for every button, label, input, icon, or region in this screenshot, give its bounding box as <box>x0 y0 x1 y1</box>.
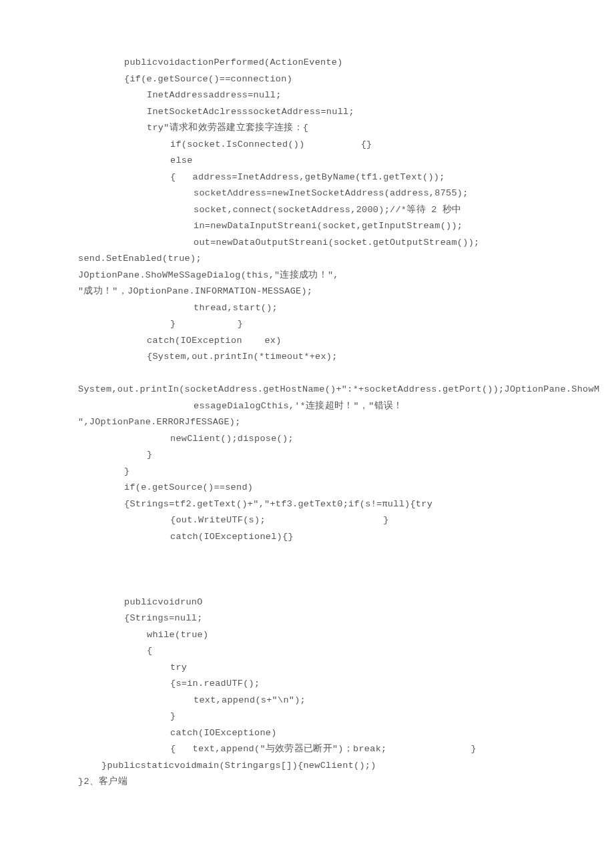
code-line: try"请求和效劳器建立套接字连接：{ <box>0 120 614 137</box>
code-line: }publicstaticvoidmain(Stringargs[]){newC… <box>0 758 614 775</box>
code-line: {Strings=tf2.getText()+","+tf3.getText0;… <box>0 496 614 513</box>
code-line: } <box>0 464 614 480</box>
code-line: {System,out.printIn(*timeout*+ex); <box>0 349 614 366</box>
code-line: {s=in.readUTF(); <box>0 676 614 693</box>
code-line: in=newDataInputStreani(socket,getInputSt… <box>0 218 614 235</box>
code-line: else <box>0 153 614 169</box>
code-line <box>0 562 614 578</box>
code-line: newClient();dispose(); <box>0 431 614 448</box>
code-line: catch(IOException ex) <box>0 333 614 350</box>
code-line: if(e.getSource()==send) <box>0 480 614 496</box>
code-line: InetAddressaddress=null; <box>0 87 614 104</box>
code-line: out=newDataOutputStreani(socket.getOutpu… <box>0 235 614 252</box>
code-line: { <box>0 643 614 660</box>
code-line: "成功！"，JOptionPane.INFORMATION-MESSAGE); <box>0 284 614 300</box>
code-line: { address=InetAddress,getByName(tf1.getT… <box>0 169 614 186</box>
code-line: socket,connect(socketAddress,2000);//*等待… <box>0 202 614 219</box>
code-line: try <box>0 660 614 677</box>
code-line: send.SetEnabled(true); <box>0 251 614 268</box>
code-line: socketΛddress=newInetSocketAddress(addre… <box>0 185 614 202</box>
code-line: {if(e.getSource()==connection) <box>0 71 614 88</box>
code-line: if(socket.IsConnected()) {} <box>0 137 614 153</box>
code-listing: publicvoidactionPerformed(ActionEvente){… <box>0 55 614 791</box>
code-line <box>0 545 614 562</box>
code-line: } } <box>0 316 614 333</box>
code-line: while(true) <box>0 627 614 644</box>
code-line: } <box>0 447 614 464</box>
code-line: } <box>0 709 614 725</box>
code-line: text,append(s+"\n"); <box>0 693 614 709</box>
code-line: thread,start(); <box>0 300 614 317</box>
code-line: JOptionPane.ShoWMeSSageDialog(this,"连接成功… <box>0 268 614 284</box>
code-line: publicvoidrunO <box>0 594 614 611</box>
code-line <box>0 578 614 594</box>
code-line: }2、客户端 <box>0 774 614 791</box>
code-line: catch(IOExceptionel){} <box>0 529 614 546</box>
code-line: { text,append("与效劳器已断开")；break; } <box>0 741 614 758</box>
code-line: System,out.printIn(socketAddress.getHost… <box>0 382 614 398</box>
code-line: ",JOptionPane.ERRORJfESSAGE); <box>0 414 614 431</box>
code-line: publicvoidactionPerformed(ActionEvente) <box>0 55 614 71</box>
code-line: {out.WriteUTF(s); } <box>0 512 614 529</box>
code-line: InetSocketAdclresssocketAddress=null; <box>0 104 614 121</box>
code-line: essageDialogCthis,'*连接超时！"，"错误！ <box>0 398 614 415</box>
code-line <box>0 366 614 382</box>
code-line: catch(IOExceptione) <box>0 725 614 742</box>
code-line: {Strings=null; <box>0 610 614 627</box>
